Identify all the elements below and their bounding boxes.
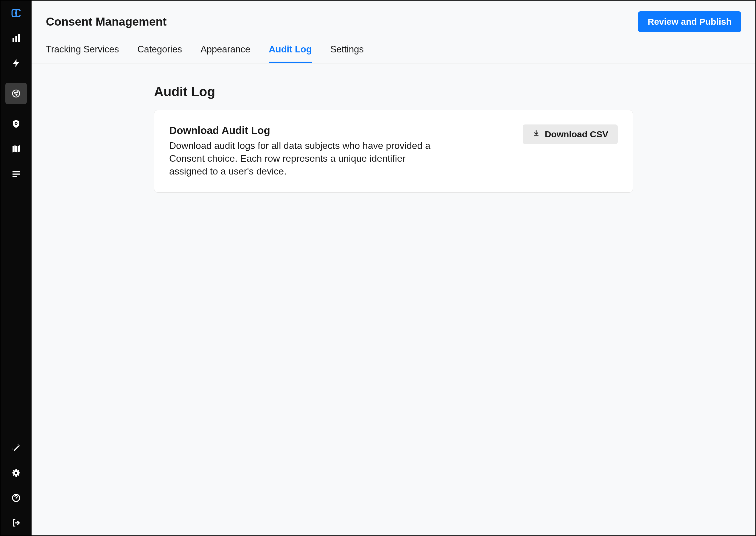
svg-point-9 (16, 123, 17, 124)
svg-point-6 (17, 92, 18, 93)
consent-icon[interactable] (5, 83, 27, 104)
page-header: Consent Management Review and Publish Tr… (32, 1, 755, 63)
content-heading: Audit Log (154, 84, 633, 99)
sidebar-bottom-group (11, 443, 21, 528)
svg-point-14 (19, 446, 20, 446)
card-title: Download Audit Log (169, 124, 431, 136)
svg-point-13 (17, 444, 18, 445)
svg-point-5 (14, 92, 16, 93)
header-row: Consent Management Review and Publish (46, 11, 741, 32)
download-card: Download Audit Log Download audit logs f… (154, 110, 633, 193)
help-icon[interactable] (11, 492, 21, 503)
tab-audit-log[interactable]: Audit Log (269, 44, 312, 63)
svg-rect-10 (13, 171, 20, 172)
tab-nav: Tracking Services Categories Appearance … (46, 44, 741, 63)
list-icon[interactable] (11, 169, 21, 179)
tab-categories[interactable]: Categories (137, 44, 182, 63)
sidebar-top-group (5, 8, 27, 443)
logout-icon[interactable] (11, 518, 21, 528)
download-button-label: Download CSV (545, 129, 608, 139)
svg-point-4 (13, 90, 20, 97)
lightning-icon[interactable] (11, 58, 21, 69)
logo-icon[interactable] (11, 8, 21, 18)
page-title: Consent Management (46, 15, 166, 28)
map-icon[interactable] (11, 144, 21, 154)
svg-point-15 (12, 449, 13, 450)
review-publish-button[interactable]: Review and Publish (638, 11, 741, 32)
svg-rect-19 (534, 136, 538, 136)
tab-tracking-services[interactable]: Tracking Services (46, 44, 119, 63)
card-description: Download audit logs for all data subject… (169, 139, 431, 178)
content-inner: Audit Log Download Audit Log Download au… (154, 84, 633, 193)
magic-wand-icon[interactable] (11, 443, 21, 453)
svg-rect-1 (13, 38, 14, 42)
main-content: Consent Management Review and Publish Tr… (32, 1, 755, 535)
svg-point-18 (16, 499, 17, 500)
download-icon (532, 129, 540, 139)
tab-settings[interactable]: Settings (330, 44, 364, 63)
svg-point-16 (15, 472, 17, 474)
svg-rect-3 (18, 34, 20, 42)
svg-rect-11 (13, 174, 20, 175)
svg-point-7 (16, 94, 17, 95)
analytics-icon[interactable] (11, 33, 21, 44)
svg-point-0 (16, 13, 17, 14)
settings-gear-icon[interactable] (11, 467, 21, 478)
sidebar-nav (1, 1, 32, 535)
download-csv-button[interactable]: Download CSV (523, 124, 618, 144)
tab-appearance[interactable]: Appearance (200, 44, 250, 63)
svg-rect-12 (13, 176, 17, 177)
svg-rect-2 (15, 36, 17, 42)
card-text: Download Audit Log Download audit logs f… (169, 124, 431, 178)
privacy-shield-icon[interactable] (11, 118, 21, 129)
content-area: Audit Log Download Audit Log Download au… (32, 63, 755, 214)
